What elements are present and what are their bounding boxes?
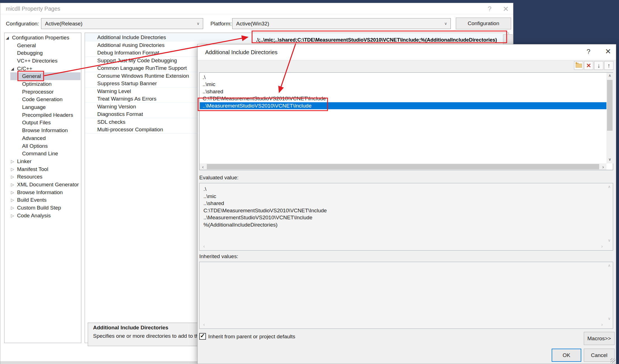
tree-item-label: Language — [22, 103, 46, 111]
value-dropdown-button[interactable] — [503, 34, 513, 45]
scroll-right-icon[interactable]: › — [599, 244, 605, 249]
tree-item-optimization[interactable]: Optimization — [5, 80, 81, 88]
delete-icon: ✕ — [586, 62, 591, 69]
inherit-checkbox[interactable]: ✓ — [199, 333, 206, 340]
tree-item-c-c[interactable]: ◢C/C++ — [5, 65, 81, 73]
tree-item-precompiled-headers[interactable]: Precompiled Headers — [5, 111, 81, 119]
tree-item-build-events[interactable]: ▷Build Events — [5, 196, 81, 204]
tree-item-all-options[interactable]: All Options — [5, 142, 81, 150]
scroll-down-icon[interactable]: ∨ — [606, 157, 613, 161]
tree-item-label: All Options — [22, 142, 48, 150]
tree-item-general[interactable]: General — [5, 42, 81, 49]
tree-item-command-line[interactable]: Command Line — [5, 150, 81, 158]
evaluated-value-box[interactable]: .\ ..\mic ..\shared C:\TDE\MeasurementSt… — [199, 183, 613, 251]
scroll-up-icon[interactable]: ∧ — [606, 73, 613, 78]
tree-collapsed-icon[interactable]: ▷ — [11, 204, 14, 212]
delete-button[interactable]: ✕ — [584, 61, 593, 70]
window-titlebar: micdll Property Pages ? ✕ — [0, 3, 513, 14]
scroll-up-icon[interactable]: ∧ — [606, 263, 613, 268]
configuration-tree-panel: ◢Configuration PropertiesGeneralDebuggin… — [4, 33, 81, 343]
configuration-dropdown[interactable]: Active(Release) ∨ — [41, 18, 203, 29]
ok-button[interactable]: OK — [552, 349, 581, 362]
tree-item-label: Browse Information — [17, 189, 63, 196]
directory-entry[interactable]: ..\shared — [200, 88, 606, 95]
dialog-titlebar: Additional Include Directories — [198, 44, 616, 60]
tree-collapsed-icon[interactable]: ▷ — [11, 196, 14, 204]
window-bottom-strip — [0, 361, 198, 364]
new-line-button[interactable]: ✦ — [574, 61, 583, 70]
tree-item-custom-build-step[interactable]: ▷Custom Build Step — [5, 204, 81, 212]
tree-item-label: Output Files — [22, 119, 51, 127]
tree-item-configuration-properties[interactable]: ◢Configuration Properties — [5, 34, 81, 42]
scroll-left-icon[interactable]: ‹ — [201, 244, 207, 249]
additional-include-directories-dialog: Additional Include Directories ? ✕ ✦ ✕ ↓… — [197, 44, 616, 364]
tree-item-label: Linker — [17, 158, 32, 165]
cancel-button[interactable]: Cancel — [584, 349, 615, 362]
help-icon[interactable]: ? — [485, 5, 494, 13]
scroll-up-icon[interactable]: ∧ — [606, 184, 613, 189]
check-icon: ✓ — [200, 332, 205, 339]
description-title: Additional Include Directories — [93, 325, 168, 331]
tree-item-label: Browse Information — [22, 127, 68, 134]
scrollbar-thumb[interactable] — [207, 164, 599, 169]
tree-item-label: General — [22, 72, 41, 80]
chevron-down-icon: ∨ — [197, 18, 200, 29]
description-text: Specifies one or more directories to add… — [93, 333, 207, 339]
scroll-right-icon[interactable]: › — [600, 164, 606, 170]
tree-item-label: Code Analysis — [17, 212, 51, 220]
tree-collapsed-icon[interactable]: ▷ — [11, 189, 14, 196]
tree-item-label: General — [17, 42, 36, 49]
tree-item-language[interactable]: Language — [5, 103, 81, 111]
tree-collapsed-icon[interactable]: ▷ — [11, 212, 14, 220]
tree-collapsed-icon[interactable]: ▷ — [11, 165, 14, 173]
tree-item-label: Build Events — [17, 196, 47, 204]
tree-item-output-files[interactable]: Output Files — [5, 119, 81, 127]
tree-expanded-icon[interactable]: ◢ — [6, 34, 9, 42]
macros-button[interactable]: Macros>> — [584, 332, 615, 345]
move-up-button[interactable]: ↑ — [604, 61, 613, 70]
tree-item-label: C/C++ — [17, 65, 32, 73]
directory-entry[interactable]: C:\TDE\MeasurementStudioVS2010\VCNET\Inc… — [200, 95, 606, 102]
scroll-down-icon[interactable]: ∨ — [606, 316, 613, 321]
tree-item-xml-document-generator[interactable]: ▷XML Document Generator — [5, 181, 81, 189]
tree-collapsed-icon[interactable]: ▷ — [11, 181, 14, 189]
scroll-right-icon[interactable]: › — [599, 322, 605, 327]
directories-listbox[interactable]: .\..\mic..\sharedC:\TDE\MeasurementStudi… — [199, 72, 613, 170]
tree-item-resources[interactable]: ▷Resources — [5, 173, 81, 181]
help-icon[interactable]: ? — [584, 48, 593, 57]
scroll-left-icon[interactable]: ‹ — [201, 322, 207, 327]
tree-item-general[interactable]: General — [5, 72, 81, 80]
scrollbar-thumb[interactable] — [607, 80, 613, 131]
tree-item-linker[interactable]: ▷Linker — [5, 158, 81, 165]
tree-expanded-icon[interactable]: ◢ — [11, 65, 14, 73]
tree-item-browse-information[interactable]: ▷Browse Information — [5, 189, 81, 196]
directory-entry[interactable]: ..\MeasurementStudioVS2010\VCNET\Include — [200, 102, 606, 109]
scroll-left-icon[interactable]: ‹ — [200, 164, 206, 170]
screen: micdll Property Pages ? ✕ Configuration:… — [0, 0, 619, 364]
configuration-tree: ◢Configuration PropertiesGeneralDebuggin… — [4, 33, 81, 343]
tree-item-debugging[interactable]: Debugging — [5, 49, 81, 57]
tree-collapsed-icon[interactable]: ▷ — [11, 158, 14, 165]
tree-item-browse-information[interactable]: Browse Information — [5, 127, 81, 134]
configuration-manager-button[interactable]: Configuration Manager... — [456, 18, 511, 29]
directory-entry[interactable]: .\ — [200, 74, 606, 81]
inherited-values-box[interactable]: ∧ ∨ ‹ › — [199, 262, 613, 329]
tree-item-code-generation[interactable]: Code Generation — [5, 96, 81, 103]
vertical-scrollbar[interactable]: ∧ ∨ — [606, 73, 613, 163]
tree-item-advanced[interactable]: Advanced — [5, 134, 81, 142]
close-icon[interactable]: ✕ — [603, 47, 613, 57]
move-down-button[interactable]: ↓ — [594, 61, 603, 70]
tree-item-preprocessor[interactable]: Preprocessor — [5, 88, 81, 96]
platform-dropdown[interactable]: Active(Win32) ∨ — [232, 18, 451, 29]
horizontal-scrollbar[interactable]: ‹ › — [200, 163, 606, 170]
tree-item-manifest-tool[interactable]: ▷Manifest Tool — [5, 165, 81, 173]
scroll-down-icon[interactable]: ∨ — [606, 238, 613, 242]
tree-collapsed-icon[interactable]: ▷ — [11, 173, 14, 181]
directory-entry[interactable]: ..\mic — [200, 81, 606, 88]
tree-item-vc-directories[interactable]: VC++ Directories — [5, 57, 81, 65]
tree-item-label: Optimization — [22, 80, 52, 88]
property-value-text[interactable]: .\;..\mic;..\shared;C:\TDE\MeasurementSt… — [256, 34, 503, 46]
close-icon[interactable]: ✕ — [502, 5, 510, 13]
tree-item-code-analysis[interactable]: ▷Code Analysis — [5, 212, 81, 220]
resize-grip-icon[interactable] — [610, 358, 615, 363]
